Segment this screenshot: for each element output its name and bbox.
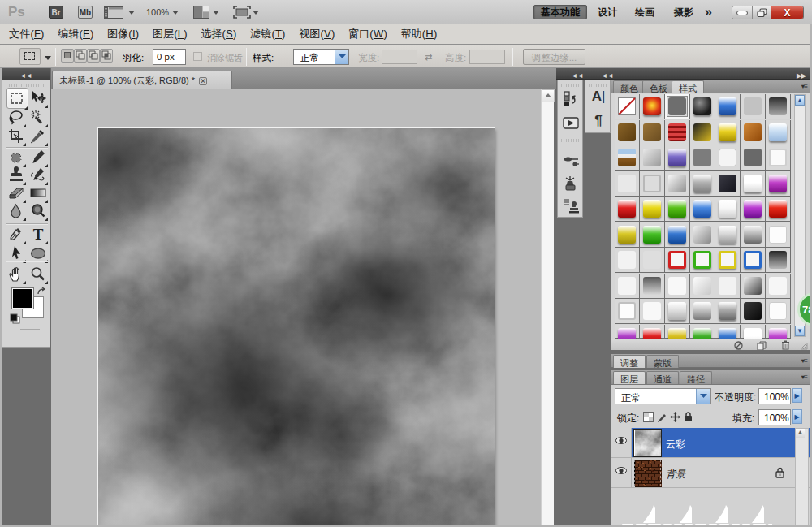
svg-text:T: T	[33, 226, 44, 243]
